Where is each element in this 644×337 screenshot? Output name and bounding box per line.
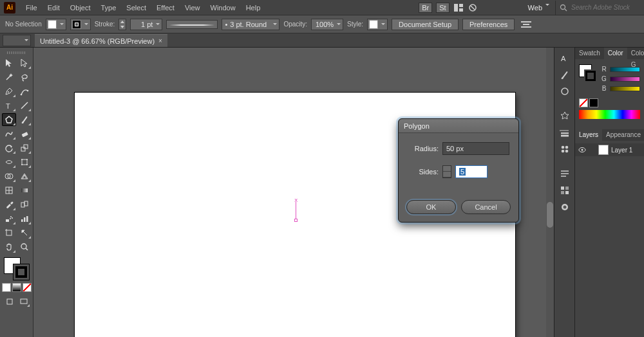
color-panel-proxy[interactable] [579, 64, 597, 82]
arrange-documents-icon[interactable] [453, 3, 464, 13]
paintbrush-tool[interactable] [17, 113, 32, 126]
radius-input[interactable]: 50 px [442, 142, 509, 155]
curvature-tool[interactable] [17, 85, 32, 98]
slider-b[interactable] [610, 86, 640, 91]
menu-view[interactable]: View [180, 0, 205, 15]
menu-file[interactable]: File [21, 0, 43, 15]
pen-tool[interactable] [2, 85, 16, 98]
graphic-style-dropdown[interactable] [367, 19, 388, 30]
dock-circle-icon[interactable] [556, 84, 573, 99]
width-tool[interactable] [2, 156, 16, 168]
slice-tool[interactable] [17, 226, 32, 239]
chevron-up-icon[interactable] [119, 19, 126, 24]
dock-symbols-icon[interactable] [556, 108, 573, 123]
line-segment-tool[interactable] [17, 99, 32, 112]
symbol-sprayer-tool[interactable] [2, 212, 16, 225]
rotate-tool[interactable] [2, 141, 16, 154]
zoom-tool[interactable] [17, 241, 32, 253]
toolbox-grip[interactable] [7, 51, 26, 54]
fill-stroke-proxy[interactable] [4, 257, 30, 280]
color-mode-none[interactable] [23, 283, 32, 292]
dock-stroke-icon[interactable] [556, 125, 573, 140]
menu-select[interactable]: Select [121, 0, 151, 15]
menu-effect[interactable]: Effect [151, 0, 180, 15]
dialog-title[interactable]: Polygon [399, 119, 518, 133]
dock-clover-icon[interactable] [556, 141, 573, 157]
dock-appearance-icon[interactable] [556, 199, 573, 215]
shaper-tool[interactable] [2, 127, 16, 140]
color-panel-stroke[interactable] [584, 69, 597, 82]
column-graph-tool[interactable] [17, 212, 32, 225]
stroke-proxy[interactable] [13, 264, 30, 280]
fill-color-dropdown[interactable] [46, 19, 66, 30]
direct-selection-tool[interactable] [17, 57, 32, 69]
magic-wand-tool[interactable] [2, 71, 16, 84]
mesh-tool[interactable] [2, 184, 16, 197]
menu-edit[interactable]: Edit [43, 0, 65, 15]
menu-object[interactable]: Object [65, 0, 96, 15]
align-to-icon[interactable] [521, 19, 531, 30]
stock-button[interactable]: St [436, 3, 449, 13]
chevron-up-icon[interactable] [443, 166, 451, 172]
stroke-weight-stepper[interactable] [118, 19, 126, 30]
artboard-tool[interactable] [2, 226, 16, 239]
tab-appearance[interactable]: Appearance [602, 129, 644, 141]
slider-g[interactable] [610, 77, 640, 82]
search-stock-field[interactable] [560, 3, 640, 12]
document-setup-button[interactable]: Document Setup [392, 19, 459, 30]
search-stock-input[interactable] [570, 3, 634, 12]
screen-mode-icon[interactable] [17, 296, 30, 307]
variable-width-profile[interactable] [166, 20, 218, 29]
hand-tool[interactable] [2, 241, 16, 253]
scrollbar-thumb[interactable] [547, 202, 553, 228]
layer-row[interactable]: Layer 1 [575, 143, 644, 156]
menu-help[interactable]: Help [241, 0, 266, 15]
stroke-color-dropdown[interactable] [70, 19, 91, 30]
close-icon[interactable]: × [158, 37, 162, 44]
tab-layers[interactable]: Layers [575, 129, 602, 141]
cancel-button[interactable]: Cancel [461, 200, 511, 214]
shape-builder-tool[interactable] [2, 170, 16, 183]
sides-input[interactable]: 5 [455, 165, 488, 178]
dock-swatches-icon[interactable] [556, 183, 573, 198]
quick-black[interactable] [589, 98, 598, 107]
preferences-button[interactable]: Preferences [462, 19, 515, 30]
gradient-tool[interactable] [17, 184, 32, 197]
bridge-button[interactable]: Br [419, 3, 432, 13]
workspace-switcher[interactable]: Web [524, 0, 551, 15]
dock-letter-a-icon[interactable]: A [556, 50, 573, 66]
draw-normal-icon[interactable] [3, 296, 16, 307]
opacity-field[interactable]: 100% [311, 19, 343, 30]
lasso-tool[interactable] [17, 71, 32, 84]
polygon-tool[interactable] [2, 113, 16, 126]
brush-definition-dropdown[interactable]: •3 pt. Round [222, 19, 279, 30]
type-tool[interactable]: T [2, 99, 16, 112]
stroke-weight-field[interactable]: 1 pt [130, 19, 162, 30]
color-mode-solid[interactable] [2, 283, 11, 292]
sides-stepper[interactable] [442, 165, 451, 178]
slider-r[interactable] [610, 67, 640, 72]
eraser-tool[interactable] [17, 127, 32, 140]
dock-paragraph-icon[interactable] [556, 166, 573, 181]
tab-swatches[interactable]: Swatch [575, 48, 604, 59]
quick-none[interactable] [579, 98, 588, 107]
blend-tool[interactable] [17, 198, 32, 211]
gpu-toggle-icon[interactable] [468, 3, 478, 13]
scale-tool[interactable] [17, 141, 32, 154]
chevron-down-icon[interactable] [119, 24, 126, 30]
document-list-dropdown[interactable] [3, 35, 31, 46]
vertical-scrollbar[interactable] [546, 48, 554, 337]
menu-type[interactable]: Type [96, 0, 122, 15]
tab-color[interactable]: Color [604, 48, 627, 59]
layer-name[interactable]: Layer 1 [611, 147, 632, 154]
menu-window[interactable]: Window [205, 0, 241, 15]
visibility-eye-icon[interactable] [578, 145, 587, 154]
document-tab[interactable]: Untitled-3 @ 66.67% (RGB/Preview) × [35, 34, 167, 47]
color-spectrum[interactable] [579, 110, 640, 119]
chevron-down-icon[interactable] [443, 172, 451, 178]
tab-color-guide[interactable]: Color G [627, 48, 644, 59]
color-mode-gradient[interactable] [12, 283, 21, 292]
ok-button[interactable]: OK [406, 200, 456, 214]
dock-brush-icon[interactable] [556, 67, 573, 82]
eyedropper-tool[interactable] [2, 198, 16, 211]
